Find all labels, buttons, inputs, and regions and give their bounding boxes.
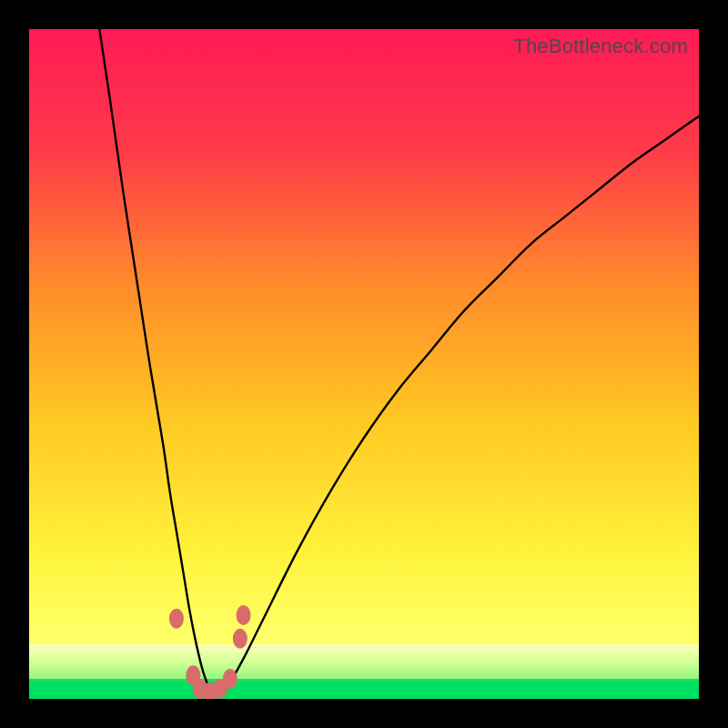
curve-layer	[29, 29, 699, 699]
plot-area: TheBottleneck.com	[29, 29, 699, 699]
marker-group	[169, 605, 251, 699]
curve-marker	[237, 605, 251, 625]
watermark-text: TheBottleneck.com	[513, 35, 688, 58]
curve-marker	[169, 609, 184, 629]
curve-marker	[233, 629, 248, 649]
curve-marker	[223, 669, 238, 689]
chart-frame: TheBottleneck.com	[0, 0, 728, 728]
bottleneck-curve	[99, 29, 699, 695]
